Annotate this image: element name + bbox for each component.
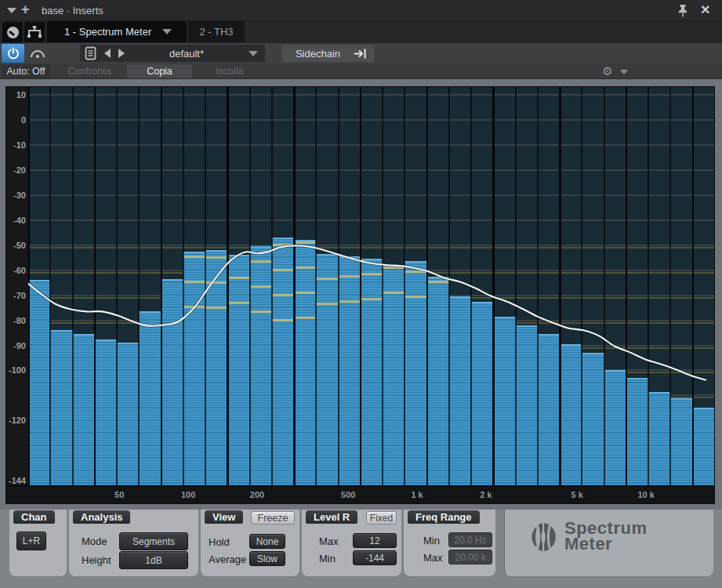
freq-tick-label: 50 [114,490,124,499]
freq-range-section: Freq Range Min 20.0 Hz Max 20.00 k [404,510,495,576]
average-label: Average [209,554,246,565]
height-button[interactable]: 1dB [119,551,188,569]
level-section: Level R Fixed Max 12 Min -144 [302,510,401,576]
level-min-button[interactable]: -144 [353,550,397,565]
brand-line2: Meter [564,536,647,552]
tab-th3-label: 2 - TH3 [199,26,233,38]
gear-icon[interactable]: ⚙ [598,64,617,78]
tab-spectrum-meter[interactable]: 1 - Spectrum Meter [47,21,187,42]
compare-button[interactable]: Confronta [53,64,125,78]
freq-tick-label: 5 k [571,490,583,499]
chevron-down-icon [162,29,172,34]
frequency-axis: 501002005001 k2 k5 k10 k [6,485,715,504]
db-tick-label: -70 [6,291,26,300]
freq-min-button[interactable]: 20.0 Hz [448,532,492,547]
db-tick-label: 0 [6,115,26,125]
db-tick-label: -90 [6,341,26,350]
freq-tick-label: 100 [181,490,195,499]
level-max-button[interactable]: 12 [353,533,397,548]
action-row: Auto: Off Confronta Copia Incolla ⚙ [0,64,722,79]
tab-th3[interactable]: 2 - TH3 [188,21,245,42]
spectrum-display-frame: 100-10-20-30-40-50-60-70-80-90-100-120-1… [0,79,722,510]
window-dropdown-icon[interactable] [7,8,16,13]
level-min-label: Min [319,553,336,564]
freq-tick-label: 200 [250,490,264,499]
window-title: base · Inserts [42,5,103,16]
fixed-button[interactable]: Fixed [366,511,397,524]
copy-button[interactable]: Copia [127,64,192,78]
freq-tick-label: 1 k [411,490,423,499]
level-max-label: Max [319,535,339,547]
average-curve [6,87,715,504]
db-tick-label: -10 [6,140,26,150]
knob-view-icon[interactable] [2,22,23,42]
insert-tab-row: 1 - Spectrum Meter 2 - TH3 [0,21,722,43]
freq-tick-label: 2 k [480,490,492,499]
hold-button[interactable]: None [249,534,285,549]
mode-button[interactable]: Segments [119,532,188,550]
pin-icon[interactable] [676,3,690,21]
analysis-section: Analysis Mode Segments Height 1dB [69,510,198,576]
next-preset-icon[interactable] [118,49,125,58]
db-tick-label: -120 [6,416,26,425]
presonus-logo-icon [526,521,559,554]
analysis-section-title: Analysis [73,510,130,524]
gear-dropdown-icon[interactable] [620,70,628,74]
routing-icon[interactable] [24,22,45,42]
db-tick-label: -80 [6,316,26,325]
height-label: Height [82,554,111,566]
parameter-panel: Chan L+R Analysis Mode Segments Height 1… [0,510,722,588]
mode-label: Mode [82,535,107,547]
view-section-title: View [205,510,243,524]
freq-tick-label: 500 [341,490,355,499]
close-icon[interactable]: ✕ [700,2,710,17]
db-axis: 100-10-20-30-40-50-60-70-80-90-100-120-1… [6,87,28,485]
freeze-button[interactable]: Freeze [251,511,295,524]
preset-selector: default* [80,45,265,62]
freq-min-label: Min [423,535,440,546]
plugin-brand-name: Spectrum Meter [564,521,647,552]
freq-gridline [714,87,715,485]
channel-mode-button[interactable]: L+R [16,532,46,550]
preset-row: default* Sidechain [0,43,722,64]
freq-range-section-title: Freq Range [408,510,480,524]
add-insert-icon[interactable]: + [21,2,30,18]
previous-preset-icon[interactable] [104,49,111,58]
sidechain-arrow-icon [354,48,368,60]
spectrum-plot: 100-10-20-30-40-50-60-70-80-90-100-120-1… [5,86,715,504]
brand-area: Spectrum Meter [504,510,713,576]
db-tick-label: -40 [6,216,26,225]
db-tick-label: -50 [6,241,26,250]
plugin-power-button[interactable] [2,44,24,63]
knob-glyph [7,27,19,38]
db-tick-label: -100 [6,365,26,375]
title-bar: + base · Inserts ✕ [0,0,722,21]
db-tick-label: 10 [6,90,26,100]
chan-section: Chan L+R [9,510,67,576]
spectrum-meter-window: + base · Inserts ✕ 1 - Spectrum [0,0,722,588]
freq-max-button[interactable]: 20.00 k [448,550,492,564]
db-tick-label: -144 [6,476,26,485]
preset-list-icon[interactable] [85,46,96,60]
hold-label: Hold [209,536,230,548]
preset-dropdown-icon[interactable] [249,51,258,56]
tab-spectrum-meter-label: 1 - Spectrum Meter [64,26,151,38]
db-tick-label: -30 [6,191,26,200]
chan-section-title: Chan [13,510,55,524]
average-button[interactable]: Slow [249,551,285,566]
paste-button[interactable]: Incolla [194,64,265,78]
level-section-title: Level R [306,510,357,524]
sidechain-label: Sidechain [282,48,354,60]
freq-max-label: Max [423,552,443,564]
automation-button[interactable]: Auto: Off [2,64,50,78]
view-section: View Freeze Hold None Average Slow [201,510,299,576]
db-tick-label: -20 [6,165,26,175]
freq-tick-label: 10 k [637,490,654,499]
db-tick-label: -60 [6,266,26,275]
sidechain-button[interactable]: Sidechain [282,45,374,62]
preset-name[interactable]: default* [125,48,249,60]
bypass-icon[interactable] [26,44,49,63]
